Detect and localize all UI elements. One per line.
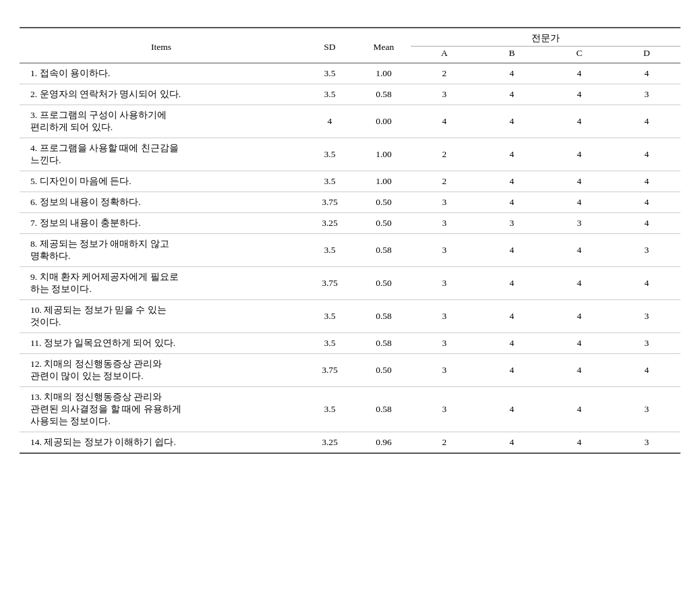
item-cell: 8. 제공되는 정보가 애매하지 않고명확하다. bbox=[20, 234, 303, 267]
item-cell: 13. 치매의 정신행동증상 관리와관련된 의사결정을 할 때에 유용하게사용되… bbox=[20, 387, 303, 432]
expert-c-cell: 4 bbox=[546, 354, 613, 387]
expert-a-cell: 2 bbox=[411, 63, 478, 84]
expert-b-cell: 4 bbox=[478, 105, 546, 138]
expert-a-cell: 3 bbox=[411, 213, 478, 234]
sd-cell: 3.5 bbox=[303, 300, 357, 333]
expert-b-cell: 4 bbox=[478, 84, 546, 105]
table-row: 14. 제공되는 정보가 이해하기 쉽다. 3.25 0.96 2 4 4 3 bbox=[20, 432, 680, 454]
items-header: Items bbox=[20, 28, 303, 63]
table-row: 11. 정보가 일목요연하게 되어 있다. 3.5 0.58 3 4 4 3 bbox=[20, 333, 680, 354]
expert-d-cell: 4 bbox=[613, 138, 680, 171]
expert-c-cell: 4 bbox=[546, 333, 613, 354]
expert-a-cell: 3 bbox=[411, 234, 478, 267]
expert-a-cell: 3 bbox=[411, 192, 478, 213]
expert-d-cell: 4 bbox=[613, 213, 680, 234]
expert-b-cell: 4 bbox=[478, 354, 546, 387]
expert-b-cell: 4 bbox=[478, 192, 546, 213]
expert-c-cell: 4 bbox=[546, 192, 613, 213]
expert-d-cell: 3 bbox=[613, 84, 680, 105]
expert-a-header: A bbox=[411, 47, 478, 63]
table-row: 7. 정보의 내용이 충분하다. 3.25 0.50 3 3 3 4 bbox=[20, 213, 680, 234]
expert-c-cell: 4 bbox=[546, 387, 613, 432]
table-body: 1. 접속이 용이하다. 3.5 1.00 2 4 4 4 2. 운영자의 연락… bbox=[20, 63, 680, 454]
expert-header: 전문가 bbox=[411, 28, 680, 47]
mean-cell: 1.00 bbox=[357, 63, 411, 84]
sd-cell: 3.5 bbox=[303, 333, 357, 354]
expert-b-cell: 4 bbox=[478, 387, 546, 432]
table-container: Items SD Mean 전문가 A B C D 1. 접속이 용이하다. 3… bbox=[20, 27, 680, 454]
expert-b-cell: 3 bbox=[478, 213, 546, 234]
expert-a-cell: 3 bbox=[411, 84, 478, 105]
expert-b-cell: 4 bbox=[478, 333, 546, 354]
expert-b-cell: 4 bbox=[478, 267, 546, 300]
sd-cell: 3.75 bbox=[303, 192, 357, 213]
table-row: 12. 치매의 정신행동증상 관리와관련이 많이 있는 정보이다. 3.75 0… bbox=[20, 354, 680, 387]
table-row: 10. 제공되는 정보가 믿을 수 있는것이다. 3.5 0.58 3 4 4 … bbox=[20, 300, 680, 333]
expert-d-cell: 3 bbox=[613, 387, 680, 432]
expert-b-cell: 4 bbox=[478, 432, 546, 454]
expert-a-cell: 3 bbox=[411, 333, 478, 354]
expert-b-cell: 4 bbox=[478, 63, 546, 84]
item-cell: 4. 프로그램을 사용할 때에 친근감을느낀다. bbox=[20, 138, 303, 171]
main-table: Items SD Mean 전문가 A B C D 1. 접속이 용이하다. 3… bbox=[20, 27, 680, 454]
expert-c-cell: 4 bbox=[546, 432, 613, 454]
expert-d-cell: 3 bbox=[613, 432, 680, 454]
expert-c-cell: 3 bbox=[546, 213, 613, 234]
sd-cell: 3.75 bbox=[303, 354, 357, 387]
mean-cell: 1.00 bbox=[357, 171, 411, 192]
mean-cell: 0.50 bbox=[357, 354, 411, 387]
item-cell: 1. 접속이 용이하다. bbox=[20, 63, 303, 84]
item-cell: 14. 제공되는 정보가 이해하기 쉽다. bbox=[20, 432, 303, 454]
table-row: 4. 프로그램을 사용할 때에 친근감을느낀다. 3.5 1.00 2 4 4 … bbox=[20, 138, 680, 171]
item-cell: 7. 정보의 내용이 충분하다. bbox=[20, 213, 303, 234]
mean-cell: 0.58 bbox=[357, 84, 411, 105]
expert-a-cell: 2 bbox=[411, 432, 478, 454]
expert-b-cell: 4 bbox=[478, 171, 546, 192]
expert-b-cell: 4 bbox=[478, 138, 546, 171]
sd-cell: 3.5 bbox=[303, 63, 357, 84]
item-cell: 12. 치매의 정신행동증상 관리와관련이 많이 있는 정보이다. bbox=[20, 354, 303, 387]
expert-a-cell: 3 bbox=[411, 387, 478, 432]
table-row: 5. 디자인이 마음에 든다. 3.5 1.00 2 4 4 4 bbox=[20, 171, 680, 192]
table-row: 8. 제공되는 정보가 애매하지 않고명확하다. 3.5 0.58 3 4 4 … bbox=[20, 234, 680, 267]
table-row: 9. 치매 환자 케어제공자에게 필요로하는 정보이다. 3.75 0.50 3… bbox=[20, 267, 680, 300]
item-cell: 2. 운영자의 연락처가 명시되어 있다. bbox=[20, 84, 303, 105]
item-cell: 6. 정보의 내용이 정확하다. bbox=[20, 192, 303, 213]
mean-cell: 0.50 bbox=[357, 192, 411, 213]
mean-cell: 0.58 bbox=[357, 234, 411, 267]
expert-b-cell: 4 bbox=[478, 300, 546, 333]
expert-c-header: C bbox=[546, 47, 613, 63]
header-top-row: Items SD Mean 전문가 bbox=[20, 28, 680, 47]
sd-cell: 3.5 bbox=[303, 138, 357, 171]
mean-cell: 0.00 bbox=[357, 105, 411, 138]
sd-cell: 3.5 bbox=[303, 84, 357, 105]
mean-cell: 0.58 bbox=[357, 333, 411, 354]
mean-cell: 0.50 bbox=[357, 213, 411, 234]
expert-d-cell: 4 bbox=[613, 354, 680, 387]
expert-a-cell: 2 bbox=[411, 171, 478, 192]
expert-c-cell: 4 bbox=[546, 138, 613, 171]
expert-a-cell: 3 bbox=[411, 267, 478, 300]
expert-c-cell: 4 bbox=[546, 267, 613, 300]
expert-d-cell: 4 bbox=[613, 105, 680, 138]
table-row: 13. 치매의 정신행동증상 관리와관련된 의사결정을 할 때에 유용하게사용되… bbox=[20, 387, 680, 432]
sd-cell: 3.25 bbox=[303, 213, 357, 234]
expert-d-cell: 4 bbox=[613, 192, 680, 213]
sd-cell: 3.5 bbox=[303, 234, 357, 267]
mean-cell: 0.96 bbox=[357, 432, 411, 454]
expert-c-cell: 4 bbox=[546, 171, 613, 192]
sd-header: SD bbox=[303, 28, 357, 63]
table-row: 6. 정보의 내용이 정확하다. 3.75 0.50 3 4 4 4 bbox=[20, 192, 680, 213]
sd-cell: 3.25 bbox=[303, 432, 357, 454]
mean-header: Mean bbox=[357, 28, 411, 63]
expert-d-header: D bbox=[613, 47, 680, 63]
sd-cell: 4 bbox=[303, 105, 357, 138]
table-row: 2. 운영자의 연락처가 명시되어 있다. 3.5 0.58 3 4 4 3 bbox=[20, 84, 680, 105]
item-cell: 3. 프로그램의 구성이 사용하기에편리하게 되어 있다. bbox=[20, 105, 303, 138]
item-cell: 11. 정보가 일목요연하게 되어 있다. bbox=[20, 333, 303, 354]
sd-cell: 3.75 bbox=[303, 267, 357, 300]
mean-cell: 0.50 bbox=[357, 267, 411, 300]
expert-d-cell: 3 bbox=[613, 333, 680, 354]
expert-c-cell: 4 bbox=[546, 234, 613, 267]
item-cell: 9. 치매 환자 케어제공자에게 필요로하는 정보이다. bbox=[20, 267, 303, 300]
